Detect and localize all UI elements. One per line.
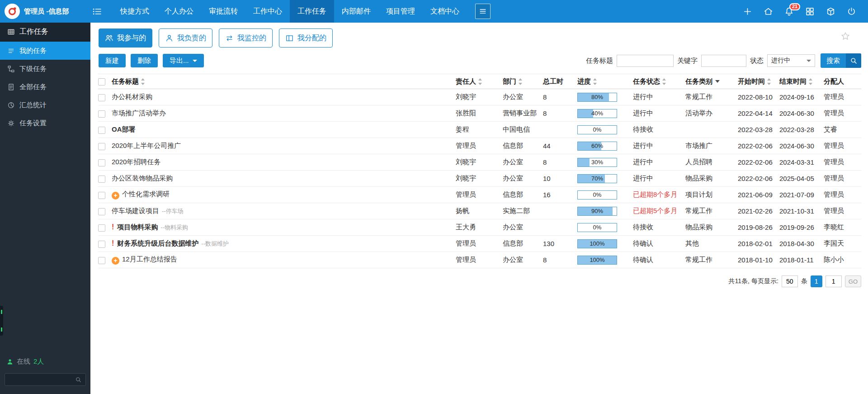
view-tab[interactable]: 我负责的 (159, 28, 212, 47)
search-button[interactable]: 搜索 (821, 53, 861, 68)
sidebar-item[interactable]: 我的任务 (0, 42, 90, 60)
task-title[interactable]: OA部署 (112, 125, 136, 133)
status-select[interactable]: 进行中 (767, 54, 815, 67)
task-row[interactable]: 2020年上半年公司推广 管理员 信息部 44 60% 进行中 市场推广 202… (98, 138, 861, 154)
filter-caret-icon[interactable] (715, 80, 720, 83)
column-header[interactable]: 总工时 (541, 74, 576, 89)
sort-arrows-icon[interactable] (519, 79, 523, 85)
sort-arrows-icon[interactable] (809, 79, 813, 85)
favorite-star-icon[interactable] (841, 32, 850, 41)
task-dept: 办公室 (501, 171, 541, 187)
sidebar-item[interactable]: 任务设置 (0, 114, 90, 132)
column-header[interactable]: 任务类别 (684, 74, 736, 89)
column-header[interactable]: 任务状态 (631, 74, 684, 89)
delete-button[interactable]: 删除 (131, 54, 158, 67)
sidebar-collapse-handle[interactable] (0, 306, 3, 336)
sidebar-search-icon[interactable] (75, 376, 82, 383)
title-filter-input[interactable] (617, 55, 674, 67)
sidebar-item[interactable]: 下级任务 (0, 60, 90, 78)
power-icon[interactable] (847, 7, 856, 16)
row-checkbox[interactable] (98, 94, 105, 101)
task-row[interactable]: 项目物料采购--物料采购 王大勇 办公室 0% 待接收 物品采购 2019-08… (98, 219, 861, 236)
task-row[interactable]: OA部署 姜程 中国电信 0% 待接收 2022-03-28 2022-03-2 (98, 122, 861, 138)
column-header[interactable]: 开始时间 (736, 74, 778, 89)
column-header[interactable]: 分配人 (822, 74, 861, 89)
row-checkbox[interactable] (98, 110, 105, 118)
notifications-bell-icon[interactable]: 21 (784, 7, 794, 16)
column-header[interactable]: 任务标题 (110, 74, 454, 89)
pagination: 共11条, 每页显示: 条 1 GO (90, 275, 861, 287)
topbar-menu-item[interactable]: 快捷方式 (113, 0, 157, 23)
task-row[interactable]: 停车场建设项目--停车场 扬帆 实施二部 90% 已超期5个多月 常规工作 20… (98, 203, 861, 219)
topbar-menu-item[interactable]: 审批流转 (201, 0, 245, 23)
sort-arrows-icon[interactable] (662, 79, 666, 85)
apps-grid-icon[interactable] (805, 7, 815, 16)
task-owner: 张胜阳 (454, 105, 501, 122)
sidebar-item[interactable]: 全部任务 (0, 78, 90, 96)
row-checkbox[interactable] (98, 208, 105, 215)
view-tab[interactable]: 我分配的 (279, 28, 333, 47)
export-button[interactable]: 导出... (163, 54, 204, 67)
row-checkbox[interactable] (98, 192, 105, 199)
row-checkbox[interactable] (98, 143, 105, 150)
task-title[interactable]: 2020年招聘任务 (112, 158, 160, 166)
task-title[interactable]: 办公区装饰物品采购 (112, 174, 173, 182)
row-checkbox[interactable] (98, 176, 105, 183)
package-icon[interactable] (826, 7, 835, 16)
plus-icon[interactable] (743, 7, 752, 16)
task-row[interactable]: 市场推广活动举办 张胜阳 营销事业部 8 40% 进行中 活动举办 2022-0… (98, 105, 861, 122)
task-title[interactable]: 项目物料采购 (117, 223, 158, 231)
sort-arrows-icon[interactable] (478, 79, 482, 85)
row-checkbox[interactable] (98, 224, 105, 232)
task-row[interactable]: 办公耗材采购 刘晓宇 办公室 8 80% 进行中 常规工作 2022-08-10… (98, 89, 861, 105)
tab-label: 我负责的 (177, 33, 206, 43)
topbar-menu-item[interactable]: 工作任务 (290, 0, 334, 23)
task-title[interactable]: 12月工作总结报告 (122, 255, 177, 263)
column-header[interactable]: 部门 (501, 74, 541, 89)
column-header[interactable]: 进度 (576, 74, 631, 89)
topbar-menu-item[interactable]: 项目管理 (378, 0, 423, 23)
task-title[interactable]: 市场推广活动举办 (112, 109, 166, 117)
view-tab[interactable]: 我参与的 (99, 28, 152, 47)
task-row[interactable]: 财务系统升级后台数据维护--数据维护 管理员 信息部 130 100% 待确认 … (98, 236, 861, 252)
task-row[interactable]: 个性化需求调研 管理员 信息部 16 0% 已超期8个多月 项目计划 2021-… (98, 187, 861, 203)
topbar-menu-item[interactable]: 内部邮件 (334, 0, 378, 23)
task-title[interactable]: 办公耗材采购 (112, 93, 152, 100)
sort-arrows-icon[interactable] (141, 79, 145, 85)
topbar-menu-item[interactable]: 工作中心 (245, 0, 290, 23)
column-header[interactable]: 结束时间 (778, 74, 822, 89)
task-row[interactable]: 办公区装饰物品采购 刘晓宇 办公室 10 70% 进行中 物品采购 2022-0… (98, 171, 861, 187)
row-checkbox[interactable] (98, 257, 105, 264)
home-icon[interactable] (764, 7, 773, 16)
sidebar-item[interactable]: 汇总统计 (0, 96, 90, 114)
task-title[interactable]: 财务系统升级后台数据维护 (117, 239, 198, 247)
row-checkbox[interactable] (98, 127, 105, 134)
sort-arrows-icon[interactable] (593, 79, 597, 85)
task-row[interactable]: 12月工作总结报告 管理员 办公室 8 100% 待确认 常规工作 2018-0… (98, 252, 861, 268)
page-size-input[interactable] (782, 275, 798, 287)
task-owner: 刘晓宇 (454, 171, 501, 187)
sort-arrows-icon[interactable] (767, 79, 771, 85)
task-title[interactable]: 个性化需求调研 (122, 190, 170, 198)
select-all-checkbox[interactable] (98, 78, 105, 85)
hamburger-menu-icon[interactable] (92, 7, 102, 16)
page-number-input[interactable] (826, 275, 842, 287)
topbar-menu-item[interactable]: 个人办公 (157, 0, 201, 23)
task-owner: 扬帆 (454, 203, 501, 219)
task-row[interactable]: 2020年招聘任务 刘晓宇 办公室 8 30% 进行中 人员招聘 2022-02… (98, 154, 861, 171)
topbar-menu-item[interactable]: 文档中心 (423, 0, 467, 23)
more-menu-icon[interactable] (475, 4, 491, 19)
current-page-button[interactable]: 1 (811, 275, 822, 287)
go-button[interactable]: GO (845, 275, 861, 287)
view-tab[interactable]: 我监控的 (219, 28, 273, 47)
task-title[interactable]: 停车场建设项目 (112, 207, 159, 214)
keyword-input[interactable] (701, 55, 746, 67)
task-title[interactable]: 2020年上半年公司推广 (112, 142, 181, 149)
column-header[interactable]: 责任人 (454, 74, 501, 89)
sidebar-search-input[interactable] (5, 376, 75, 383)
task-category: 物品采购 (684, 171, 736, 187)
row-checkbox[interactable] (98, 241, 105, 248)
new-button[interactable]: 新建 (99, 54, 126, 67)
row-checkbox[interactable] (98, 159, 105, 166)
column-header-label: 总工时 (543, 77, 563, 85)
